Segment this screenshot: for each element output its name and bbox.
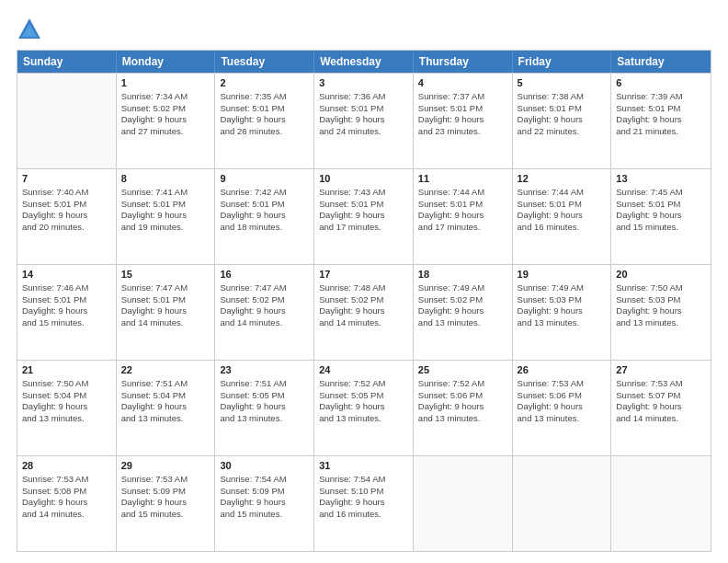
sunset-info: Sunset: 5:01 PM (319, 199, 408, 211)
calendar-header-row: SundayMondayTuesdayWednesdayThursdayFrid… (17, 51, 711, 73)
sunrise-info: Sunrise: 7:46 AM (22, 282, 111, 294)
sunset-info: Sunset: 5:03 PM (518, 294, 607, 306)
day-number: 26 (518, 363, 607, 377)
daylight-line1: Daylight: 9 hours (319, 114, 408, 126)
daylight-line1: Daylight: 9 hours (418, 305, 507, 317)
sunrise-info: Sunrise: 7:36 AM (319, 91, 408, 103)
daylight-line1: Daylight: 9 hours (121, 305, 210, 317)
daylight-line1: Daylight: 9 hours (121, 497, 210, 509)
day-number: 8 (121, 172, 210, 186)
day-number: 13 (616, 172, 706, 186)
daylight-line2: and 13 minutes. (418, 413, 507, 425)
daylight-line2: and 21 minutes. (616, 126, 706, 138)
calendar-header-cell: Friday (513, 51, 612, 73)
day-number: 15 (121, 268, 210, 282)
daylight-line2: and 14 minutes. (121, 317, 210, 329)
sunrise-info: Sunrise: 7:50 AM (616, 282, 706, 294)
daylight-line1: Daylight: 9 hours (319, 305, 408, 317)
sunset-info: Sunset: 5:05 PM (319, 390, 408, 402)
sunset-info: Sunset: 5:09 PM (220, 486, 309, 498)
day-number: 22 (121, 363, 210, 377)
calendar-day-cell: 18Sunrise: 7:49 AMSunset: 5:02 PMDayligh… (414, 265, 513, 360)
daylight-line1: Daylight: 9 hours (616, 305, 706, 317)
sunrise-info: Sunrise: 7:41 AM (121, 187, 210, 199)
sunset-info: Sunset: 5:01 PM (418, 103, 507, 115)
daylight-line1: Daylight: 9 hours (22, 305, 111, 317)
day-number: 21 (22, 363, 111, 377)
calendar-day-cell: 6Sunrise: 7:39 AMSunset: 5:01 PMDaylight… (611, 74, 711, 168)
daylight-line1: Daylight: 9 hours (319, 210, 408, 222)
sunrise-info: Sunrise: 7:49 AM (418, 282, 507, 294)
sunrise-info: Sunrise: 7:52 AM (418, 378, 507, 390)
daylight-line2: and 15 minutes. (121, 509, 210, 521)
daylight-line2: and 17 minutes. (418, 222, 507, 234)
daylight-line2: and 20 minutes. (22, 222, 111, 234)
daylight-line2: and 27 minutes. (121, 126, 210, 138)
calendar-day-cell (17, 74, 117, 168)
day-number: 24 (319, 363, 408, 377)
sunrise-info: Sunrise: 7:44 AM (518, 187, 607, 199)
daylight-line1: Daylight: 9 hours (616, 114, 706, 126)
daylight-line2: and 14 minutes. (616, 413, 706, 425)
daylight-line1: Daylight: 9 hours (616, 210, 706, 222)
day-number: 25 (418, 363, 507, 377)
day-number: 18 (418, 268, 507, 282)
calendar-day-cell: 21Sunrise: 7:50 AMSunset: 5:04 PMDayligh… (17, 361, 117, 455)
calendar-day-cell (611, 456, 711, 551)
daylight-line1: Daylight: 9 hours (121, 114, 210, 126)
day-number: 28 (22, 459, 111, 473)
calendar-week-row: 28Sunrise: 7:53 AMSunset: 5:08 PMDayligh… (17, 455, 711, 551)
calendar-day-cell: 5Sunrise: 7:38 AMSunset: 5:01 PMDaylight… (513, 74, 612, 168)
sunrise-info: Sunrise: 7:49 AM (518, 282, 607, 294)
sunrise-info: Sunrise: 7:52 AM (319, 378, 408, 390)
calendar-day-cell: 24Sunrise: 7:52 AMSunset: 5:05 PMDayligh… (314, 361, 414, 455)
sunrise-info: Sunrise: 7:38 AM (518, 91, 607, 103)
calendar-day-cell: 13Sunrise: 7:45 AMSunset: 5:01 PMDayligh… (611, 169, 711, 264)
daylight-line2: and 24 minutes. (319, 126, 408, 138)
sunrise-info: Sunrise: 7:51 AM (220, 378, 309, 390)
calendar-day-cell: 19Sunrise: 7:49 AMSunset: 5:03 PMDayligh… (513, 265, 612, 360)
sunset-info: Sunset: 5:02 PM (319, 294, 408, 306)
daylight-line2: and 16 minutes. (518, 222, 607, 234)
calendar-week-row: 21Sunrise: 7:50 AMSunset: 5:04 PMDayligh… (17, 360, 711, 455)
calendar-day-cell: 22Sunrise: 7:51 AMSunset: 5:04 PMDayligh… (117, 361, 216, 455)
calendar-header-cell: Saturday (611, 51, 711, 73)
calendar-body: 1Sunrise: 7:34 AMSunset: 5:02 PMDaylight… (17, 73, 711, 551)
calendar-day-cell: 12Sunrise: 7:44 AMSunset: 5:01 PMDayligh… (513, 169, 612, 264)
calendar-day-cell: 3Sunrise: 7:36 AMSunset: 5:01 PMDaylight… (314, 74, 414, 168)
sunset-info: Sunset: 5:01 PM (616, 103, 706, 115)
daylight-line1: Daylight: 9 hours (22, 497, 111, 509)
sunrise-info: Sunrise: 7:54 AM (220, 474, 309, 486)
daylight-line1: Daylight: 9 hours (418, 210, 507, 222)
daylight-line2: and 13 minutes. (518, 413, 607, 425)
day-number: 3 (319, 76, 408, 90)
daylight-line2: and 14 minutes. (220, 317, 309, 329)
sunset-info: Sunset: 5:09 PM (121, 486, 210, 498)
daylight-line2: and 14 minutes. (319, 317, 408, 329)
calendar-day-cell: 4Sunrise: 7:37 AMSunset: 5:01 PMDaylight… (414, 74, 513, 168)
day-number: 2 (220, 76, 309, 90)
sunset-info: Sunset: 5:01 PM (518, 103, 607, 115)
daylight-line2: and 22 minutes. (518, 126, 607, 138)
daylight-line1: Daylight: 9 hours (121, 210, 210, 222)
calendar-week-row: 1Sunrise: 7:34 AMSunset: 5:02 PMDaylight… (17, 73, 711, 168)
calendar-header-cell: Tuesday (215, 51, 314, 73)
day-number: 6 (616, 76, 706, 90)
day-number: 10 (319, 172, 408, 186)
calendar-day-cell: 14Sunrise: 7:46 AMSunset: 5:01 PMDayligh… (17, 265, 117, 360)
daylight-line2: and 15 minutes. (220, 509, 309, 521)
daylight-line2: and 13 minutes. (518, 317, 607, 329)
sunset-info: Sunset: 5:04 PM (22, 390, 111, 402)
calendar-day-cell: 28Sunrise: 7:53 AMSunset: 5:08 PMDayligh… (17, 456, 117, 551)
sunset-info: Sunset: 5:01 PM (220, 199, 309, 211)
sunrise-info: Sunrise: 7:37 AM (418, 91, 507, 103)
sunset-info: Sunset: 5:01 PM (22, 199, 111, 211)
daylight-line1: Daylight: 9 hours (220, 401, 309, 413)
calendar-day-cell: 29Sunrise: 7:53 AMSunset: 5:09 PMDayligh… (117, 456, 216, 551)
sunrise-info: Sunrise: 7:40 AM (22, 187, 111, 199)
sunrise-info: Sunrise: 7:39 AM (616, 91, 706, 103)
calendar-day-cell: 2Sunrise: 7:35 AMSunset: 5:01 PMDaylight… (215, 74, 314, 168)
sunset-info: Sunset: 5:02 PM (121, 103, 210, 115)
daylight-line2: and 18 minutes. (220, 222, 309, 234)
daylight-line2: and 14 minutes. (22, 509, 111, 521)
